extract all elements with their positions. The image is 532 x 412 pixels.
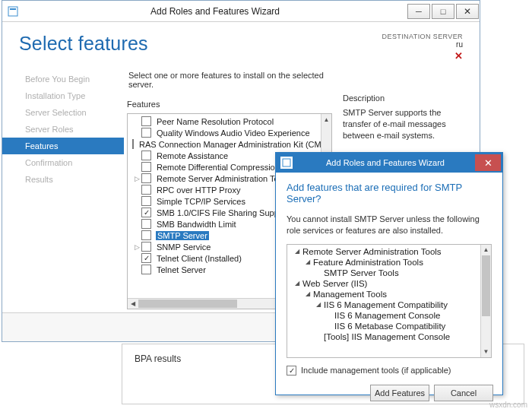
feature-checkbox[interactable] [141, 151, 151, 160]
tree-node[interactable]: ◢Feature Administration Tools [290, 257, 477, 268]
feature-label: Telnet Server [156, 265, 207, 274]
tree-vertical-scrollbar[interactable]: ▲ ▼ [480, 245, 491, 357]
titlebar: Add Roles and Features Wizard ─ □ ✕ [2, 1, 480, 22]
tree-node[interactable]: [Tools] IIS Management Console [290, 331, 477, 342]
window-title: Add Roles and Features Wizard [24, 6, 407, 17]
expand-icon[interactable]: ▷ [132, 175, 141, 182]
feature-row[interactable]: RAS Connection Manager Administration Ki… [128, 138, 321, 150]
feature-label: SMB Bandwidth Limit [156, 220, 237, 229]
required-features-dialog: Add Roles and Features Wizard ✕ Add feat… [275, 152, 503, 395]
feature-label: SMB 1.0/CIFS File Sharing Support [156, 208, 290, 217]
add-features-button[interactable]: Add Features [370, 385, 429, 401]
close-button[interactable]: ✕ [456, 4, 479, 19]
tree-node-label: SMTP Server Tools [324, 268, 399, 277]
dialog-heading: Add features that are required for SMTP … [287, 182, 492, 204]
feature-label: SNMP Service [156, 242, 211, 252]
tree-node-label: Web Server (IIS) [302, 279, 367, 288]
description-heading: Description [343, 93, 470, 103]
tree-node-label: Feature Administration Tools [313, 258, 423, 267]
app-icon [280, 157, 293, 169]
tree-node-label: [Tools] IIS Management Console [324, 332, 450, 341]
destination-server-block: DESTINATION SERVER ru ✕ [382, 33, 463, 62]
cancel-button[interactable]: Cancel [434, 385, 493, 401]
feature-label: RPC over HTTP Proxy [156, 185, 241, 195]
app-icon [7, 5, 19, 17]
feature-label: SMTP Server [156, 231, 209, 240]
tree-node[interactable]: ◢Web Server (IIS) [290, 278, 477, 289]
feature-checkbox[interactable] [141, 219, 151, 229]
include-tools-checkbox[interactable]: Include management tools (if applicable) [287, 366, 492, 376]
feature-checkbox[interactable] [141, 242, 151, 252]
dialog-title: Add Roles and Features Wizard [297, 158, 473, 167]
tree-node-label: IIS 6 Management Console [334, 311, 440, 320]
scroll-up-icon[interactable]: ▲ [481, 245, 491, 255]
feature-label: Peer Name Resolution Protocol [156, 117, 274, 126]
tree-node-label: IIS 6 Metabase Compatibility [334, 322, 445, 331]
tree-caret-icon[interactable]: ◢ [315, 301, 322, 308]
scroll-up-icon[interactable]: ▲ [321, 114, 331, 125]
dialog-close-button[interactable]: ✕ [475, 154, 501, 171]
tree-caret-icon[interactable]: ◢ [304, 258, 312, 265]
tree-caret-icon[interactable]: ◢ [304, 290, 312, 297]
feature-label: Simple TCP/IP Services [156, 197, 246, 206]
destination-label: DESTINATION SERVER [382, 33, 463, 40]
dialog-message: You cannot install SMTP Server unless th… [287, 214, 492, 236]
nav-step-results[interactable]: Results [2, 171, 124, 188]
tree-node-label: IIS 6 Management Compatibility [324, 300, 448, 309]
tree-caret-icon[interactable]: ◢ [293, 248, 301, 255]
tree-node-label: Remote Server Administration Tools [302, 247, 442, 256]
wizard-nav: Before You BeginInstallation TypeServer … [2, 68, 124, 325]
nav-step-server-roles[interactable]: Server Roles [2, 121, 124, 138]
svg-rect-1 [10, 8, 16, 10]
dialog-titlebar: Add Roles and Features Wizard ✕ [276, 153, 502, 173]
feature-checkbox[interactable] [141, 173, 151, 183]
feature-checkbox[interactable] [141, 265, 151, 274]
header-zone: Select features DESTINATION SERVER ru ✕ [2, 22, 480, 68]
feature-label: Remote Server Administration Tool [156, 174, 286, 183]
scroll-thumb[interactable] [138, 299, 237, 308]
watermark: wsxdn.com [489, 401, 527, 409]
feature-checkbox[interactable] [141, 162, 151, 172]
svg-rect-2 [283, 159, 290, 166]
feature-label: Remote Assistance [156, 151, 229, 160]
tree-node-label: Management Tools [313, 290, 387, 299]
feature-checkbox[interactable] [141, 116, 151, 126]
minimize-button[interactable]: ─ [407, 4, 430, 19]
feature-checkbox[interactable] [141, 208, 151, 217]
include-tools-label: Include management tools (if applicable) [301, 366, 451, 375]
expand-icon[interactable]: ▷ [132, 243, 141, 251]
feature-row[interactable]: Quality Windows Audio Video Experience [128, 127, 321, 138]
tree-node[interactable]: ◢Remote Server Administration Tools [290, 246, 477, 257]
feature-checkbox[interactable] [141, 196, 151, 206]
scroll-left-icon[interactable]: ◀ [128, 299, 138, 309]
feature-label: RAS Connection Manager Administration Ki… [138, 140, 321, 149]
feature-label: Telnet Client (Installed) [156, 254, 242, 263]
nav-step-confirmation[interactable]: Confirmation [2, 154, 124, 171]
nav-step-features[interactable]: Features [2, 138, 124, 154]
required-features-tree[interactable]: ◢Remote Server Administration Tools◢Feat… [287, 244, 492, 358]
feature-checkbox[interactable] [141, 185, 151, 195]
scroll-down-icon[interactable]: ▼ [481, 347, 491, 357]
tree-caret-icon[interactable]: ◢ [293, 280, 301, 287]
maximize-button[interactable]: □ [432, 4, 454, 19]
svg-rect-0 [8, 7, 17, 16]
nav-step-before-you-begin[interactable]: Before You Begin [2, 71, 124, 87]
description-text: SMTP Server supports the transfer of e-m… [343, 107, 470, 141]
checkbox-icon [287, 366, 296, 376]
tree-node[interactable]: ◢IIS 6 Management Compatibility [290, 299, 477, 310]
tree-node[interactable]: SMTP Server Tools [290, 268, 477, 278]
feature-checkbox[interactable] [141, 253, 151, 263]
feature-row[interactable]: Peer Name Resolution Protocol [128, 116, 321, 127]
tree-node[interactable]: ◢Management Tools [290, 289, 477, 299]
nav-step-server-selection[interactable]: Server Selection [2, 104, 124, 121]
tree-node[interactable]: IIS 6 Management Console [290, 310, 477, 321]
feature-checkbox[interactable] [141, 128, 151, 138]
destination-value: ru [382, 40, 463, 49]
nav-step-installation-type[interactable]: Installation Type [2, 87, 124, 104]
page-title: Select features [19, 33, 148, 55]
scroll-thumb[interactable] [482, 255, 490, 316]
tree-node[interactable]: IIS 6 Metabase Compatibility [290, 321, 477, 331]
feature-checkbox[interactable] [141, 230, 151, 240]
intro-text: Select one or more features to install o… [128, 71, 332, 89]
feature-checkbox[interactable] [132, 139, 134, 149]
